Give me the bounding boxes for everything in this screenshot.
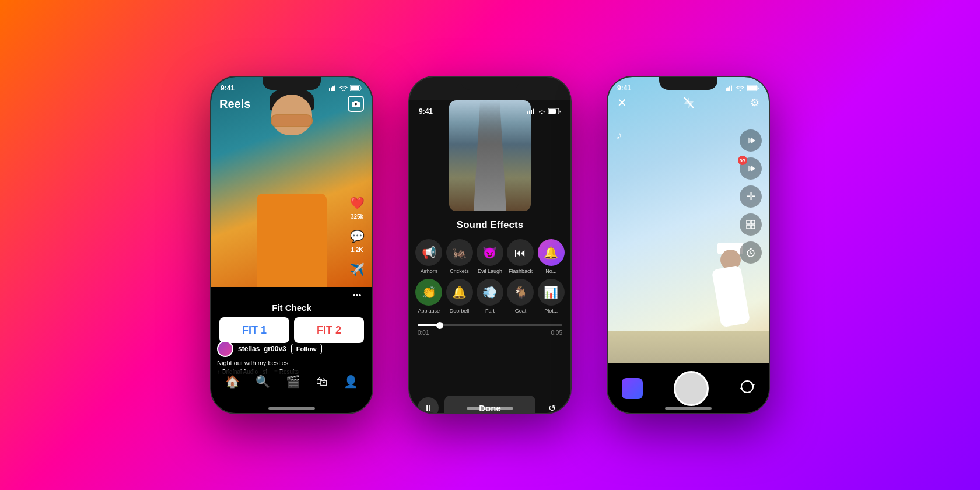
shutter-button[interactable] — [674, 371, 709, 406]
timeline-dot — [436, 322, 443, 329]
svg-rect-16 — [731, 86, 732, 92]
status-time-1: 9:41 — [220, 84, 235, 92]
svg-rect-3 — [334, 86, 335, 92]
battery-icon-2 — [548, 108, 561, 114]
right-tools: 5G ✛ — [740, 130, 762, 264]
effect-goat[interactable]: 🐐 Goat — [507, 279, 534, 314]
like-action[interactable]: ❤️ 325k — [348, 194, 366, 220]
svg-rect-12 — [549, 109, 556, 114]
nav-reels[interactable]: 🎬 — [286, 374, 300, 388]
timer-tool[interactable] — [740, 242, 762, 264]
reels-title: Reels — [219, 97, 250, 111]
home-indicator-1 — [268, 407, 315, 410]
home-indicator-3 — [665, 407, 712, 410]
timeline-bar[interactable] — [418, 324, 562, 326]
settings-button[interactable]: ⚙ — [750, 96, 760, 109]
phone1-content: 9:41 Reels ❤️ 325k — [211, 77, 372, 413]
nav-shop[interactable]: 🛍 — [316, 375, 328, 388]
fit1-button[interactable]: FIT 1 — [219, 317, 289, 343]
notch-2 — [461, 77, 519, 90]
username: stellas_gr00v3 — [238, 345, 286, 353]
evil-laugh-icon: 😈 — [477, 239, 503, 266]
home-indicator-2 — [467, 407, 513, 410]
svg-point-6 — [355, 103, 357, 106]
follow-button[interactable]: Follow — [291, 344, 322, 354]
nav-profile[interactable]: 👤 — [344, 374, 358, 388]
effect-doorbell[interactable]: 🔔 Doorbell — [446, 279, 473, 314]
notch-1 — [262, 77, 321, 90]
svg-rect-1 — [331, 88, 332, 92]
share-action[interactable]: ✈️ — [348, 260, 366, 279]
reset-button[interactable]: ↺ — [541, 397, 562, 414]
flash-off-icon[interactable] — [683, 96, 695, 109]
fart-icon: 💨 — [477, 279, 503, 306]
poll-buttons: FIT 1 FIT 2 — [219, 317, 364, 343]
done-button[interactable]: Done — [444, 396, 536, 414]
effect-flashback[interactable]: ⏮ Flashback — [507, 239, 534, 274]
align-icon: ✛ — [747, 190, 755, 203]
battery-icon — [350, 85, 363, 91]
svg-rect-7 — [527, 111, 528, 114]
goat-label: Goat — [515, 308, 527, 314]
flashback-icon: ⏮ — [507, 239, 534, 266]
status-icons-3 — [726, 85, 760, 91]
time-start: 0:01 — [418, 330, 429, 336]
camera-bottom — [608, 363, 769, 413]
wifi-icon-3 — [736, 85, 744, 91]
camera-button[interactable] — [348, 96, 364, 112]
flip-icon — [740, 380, 755, 393]
pause-icon: ⏸ — [424, 403, 432, 412]
more-icon: ••• — [348, 286, 366, 304]
layout-tool[interactable] — [740, 214, 762, 236]
applause-icon: 👏 — [415, 279, 442, 306]
layout-icon — [746, 220, 755, 229]
speed-tool-2[interactable]: 5G — [740, 158, 762, 180]
effect-no[interactable]: 🔔 No... — [538, 239, 565, 274]
reels-header: Reels — [211, 96, 372, 112]
right-actions: ❤️ 325k 💬 1.2K ✈️ ••• — [348, 194, 366, 304]
effect-evil-laugh[interactable]: 😈 Evil Laugh — [477, 239, 503, 274]
nav-home[interactable]: 🏠 — [225, 374, 240, 388]
more-action[interactable]: ••• — [348, 286, 366, 304]
svg-rect-27 — [751, 225, 755, 229]
flashback-label: Flashback — [509, 268, 533, 274]
doorbell-label: Doorbell — [450, 308, 470, 314]
like-count: 325k — [351, 214, 363, 220]
fit2-button[interactable]: FIT 2 — [294, 317, 364, 343]
flip-camera-button[interactable] — [740, 380, 755, 397]
no-icon: 🔔 — [538, 239, 565, 266]
svg-rect-25 — [751, 220, 755, 224]
timer-icon — [746, 248, 755, 257]
plot-label: Plot... — [544, 308, 558, 314]
align-tool[interactable]: ✛ — [740, 186, 762, 208]
svg-marker-21 — [751, 137, 755, 144]
color-swatch[interactable] — [622, 378, 643, 399]
skater-body — [712, 265, 751, 327]
svg-rect-9 — [531, 110, 532, 114]
user-avatar — [217, 341, 233, 357]
svg-rect-13 — [726, 88, 727, 91]
doorbell-icon: 🔔 — [446, 279, 473, 306]
plot-icon: 📊 — [538, 279, 565, 306]
play-pause-button[interactable]: ⏸ — [418, 397, 439, 414]
crickets-label: Crickets — [450, 268, 469, 274]
effect-crickets[interactable]: 🦗 Crickets — [446, 239, 473, 274]
nav-search[interactable]: 🔍 — [256, 374, 270, 388]
effect-fart[interactable]: 💨 Fart — [477, 279, 503, 314]
svg-rect-0 — [329, 88, 330, 91]
svg-rect-14 — [727, 88, 729, 92]
effect-applause[interactable]: 👏 Applause — [415, 279, 442, 314]
speed-tool[interactable] — [740, 130, 762, 152]
no-label: No... — [545, 268, 556, 274]
effect-airhorn[interactable]: 📢 Airhorn — [415, 239, 442, 274]
svg-rect-8 — [529, 111, 530, 115]
phone-1-reels: 9:41 Reels ❤️ 325k — [210, 76, 373, 414]
goat-icon: 🐐 — [507, 279, 534, 306]
comment-action[interactable]: 💬 1.2K — [348, 227, 366, 253]
music-note-icon[interactable]: ♪ — [616, 128, 622, 142]
close-button[interactable]: ✕ — [617, 96, 627, 110]
effect-plot[interactable]: 📊 Plot... — [538, 279, 565, 314]
airhorn-label: Airhorn — [421, 268, 438, 274]
svg-rect-26 — [747, 225, 750, 229]
crickets-icon: 🦗 — [446, 239, 473, 266]
